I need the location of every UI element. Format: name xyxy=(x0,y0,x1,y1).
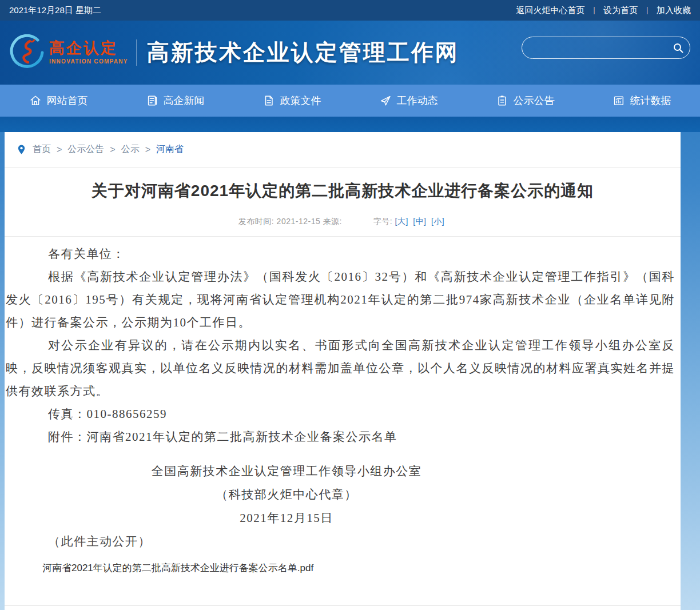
article-header: 关于对河南省2021年认定的第二批高新技术企业进行备案公示的通知 发布时间: 2… xyxy=(5,168,681,237)
nav-item-statistics[interactable]: 统计数据 xyxy=(583,85,700,117)
topbar-separator: ｜ xyxy=(643,5,651,15)
nav-item-label: 网站首页 xyxy=(47,94,88,107)
attachment-pdf-link[interactable]: 河南省2021年认定的第二批高新技术企业进行备案公示名单.pdf xyxy=(42,561,313,576)
font-size-medium[interactable]: [中] xyxy=(413,217,426,226)
font-size-controls: [大] [中] [小] xyxy=(395,217,447,226)
breadcrumb-henan[interactable]: 河南省 xyxy=(156,143,184,156)
paragraph-basis: 根据《高新技术企业认定管理办法》（国科发火〔2016〕32号）和《高新技术企业认… xyxy=(6,265,675,334)
content-panel: 首页 > 公示公告 > 公示 > 河南省 关于对河南省2021年认定的第二批高新… xyxy=(5,132,681,610)
disclosure-note: （此件主动公开） xyxy=(6,530,675,553)
breadcrumb-notice[interactable]: 公示 xyxy=(121,143,140,156)
logo-title: 高企认定 xyxy=(49,41,128,56)
article-title: 关于对河南省2021年认定的第二批高新技术企业进行备案公示的通知 xyxy=(5,180,681,202)
paragraph-attachment-title: 附件：河南省2021年认定的第二批高新技术企业备案公示名单 xyxy=(6,425,675,448)
top-utility-bar: 2021年12月28日 星期二 返回火炬中心首页 ｜ 设为首页 ｜ 加入收藏 xyxy=(0,0,700,21)
location-pin-icon xyxy=(17,144,26,155)
clipboard-icon xyxy=(496,94,508,107)
nav-item-work-trends[interactable]: 工作动态 xyxy=(350,85,467,117)
news-icon xyxy=(146,94,158,107)
nav-item-label: 统计数据 xyxy=(630,94,671,107)
font-size-small[interactable]: [小] xyxy=(431,217,444,226)
current-date: 2021年12月28日 星期二 xyxy=(9,5,101,16)
main-nav: 网站首页 高企新闻 政策文件 工作动态 公示公告 xyxy=(0,85,700,117)
font-size-label: 字号: xyxy=(373,217,392,226)
header-bottom-strip xyxy=(0,117,700,132)
nav-item-news[interactable]: 高企新闻 xyxy=(117,85,233,117)
breadcrumb-public-notice[interactable]: 公示公告 xyxy=(67,143,104,156)
paragraph-objection: 对公示企业有异议的，请在公示期内以实名、书面形式向全国高新技术企业认定管理工作领… xyxy=(6,334,675,402)
search-box[interactable] xyxy=(522,37,690,59)
logo-subtitle: INNOVATION COMPANY xyxy=(49,59,128,65)
publish-date: 2021-12-15 xyxy=(277,217,321,226)
paragraph-fax: 传真：010-88656259 xyxy=(6,402,675,425)
breadcrumb-separator: > xyxy=(57,145,62,155)
paragraph-salutation: 各有关单位： xyxy=(6,242,675,265)
article-meta: 发布时间: 2021-12-15 来源: 字号: [大] [中] [小] xyxy=(5,217,681,227)
link-add-favorites[interactable]: 加入收藏 xyxy=(657,5,691,16)
search-button[interactable] xyxy=(667,37,690,58)
signature-date: 2021年12月15日 xyxy=(6,507,567,530)
paper-plane-icon xyxy=(379,94,392,107)
search-icon xyxy=(671,41,685,55)
nav-item-label: 工作动态 xyxy=(397,94,438,107)
link-set-homepage[interactable]: 设为首页 xyxy=(603,5,638,16)
font-size-large[interactable]: [大] xyxy=(395,217,408,226)
site-header: 高企认定 INNOVATION COMPANY 高新技术企业认定管理工作网 xyxy=(0,21,700,85)
link-torch-center-home[interactable]: 返回火炬中心首页 xyxy=(516,5,585,16)
nav-item-label: 高企新闻 xyxy=(164,94,205,107)
bottom-divider xyxy=(5,605,681,606)
search-input[interactable] xyxy=(522,43,667,53)
signature-office: 全国高新技术企业认定管理工作领导小组办公室 xyxy=(6,460,567,483)
nav-item-policy[interactable]: 政策文件 xyxy=(233,85,350,117)
breadcrumb-separator: > xyxy=(110,145,115,155)
article-body: 各有关单位： 根据《高新技术企业认定管理办法》（国科发火〔2016〕32号）和《… xyxy=(5,237,681,579)
bar-chart-icon xyxy=(612,94,625,107)
home-icon xyxy=(29,94,42,107)
document-icon xyxy=(262,94,275,107)
breadcrumb-home[interactable]: 首页 xyxy=(33,143,51,156)
nav-item-home[interactable]: 网站首页 xyxy=(0,85,117,117)
nav-item-label: 公示公告 xyxy=(514,94,555,107)
breadcrumb: 首页 > 公示公告 > 公示 > 河南省 xyxy=(5,132,681,168)
topbar-separator: ｜ xyxy=(591,5,598,15)
nav-item-label: 政策文件 xyxy=(280,94,321,107)
topbar-links: 返回火炬中心首页 ｜ 设为首页 ｜ 加入收藏 xyxy=(516,5,691,16)
signature-seal: （科技部火炬中心代章） xyxy=(6,483,567,507)
breadcrumb-separator: > xyxy=(145,145,150,155)
logo-text[interactable]: 高企认定 INNOVATION COMPANY xyxy=(49,41,128,65)
header-divider xyxy=(136,39,137,66)
signature-block: 全国高新技术企业认定管理工作领导小组办公室 （科技部火炬中心代章） 2021年1… xyxy=(6,460,567,530)
publish-time-label: 发布时间: xyxy=(238,217,274,226)
site-title: 高新技术企业认定管理工作网 xyxy=(147,37,459,68)
site-logo-icon[interactable] xyxy=(9,34,46,71)
nav-item-public-notice[interactable]: 公示公告 xyxy=(467,85,583,117)
source-label: 来源: xyxy=(323,217,342,226)
